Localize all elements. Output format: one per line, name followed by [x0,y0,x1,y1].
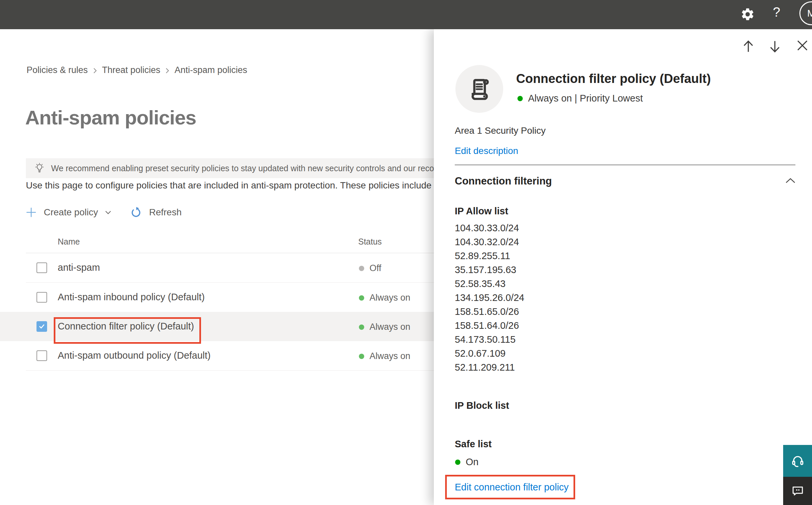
flyout-toolbar [434,29,812,59]
support-button[interactable] [783,445,812,477]
plus-icon [26,207,36,218]
row-checkbox[interactable] [36,292,47,303]
flyout-status-line: Always on | Priority Lowest [518,93,643,104]
status-dot [455,460,460,465]
status-dot [359,295,364,301]
headset-icon [790,453,805,469]
status-dot [359,266,364,271]
top-app-bar: ? M [0,0,812,29]
row-checkbox[interactable] [36,350,47,361]
feedback-icon [791,484,805,498]
flyout-status-text: Always on | Priority Lowest [528,93,643,104]
create-policy-label: Create policy [44,207,98,218]
help-icon[interactable]: ? [773,5,780,20]
flyout-title: Connection filter policy (Default) [516,72,711,86]
status-label: Always on [370,351,410,361]
refresh-button[interactable]: Refresh [130,207,181,218]
breadcrumb-threat-policies[interactable]: Threat policies [102,65,161,75]
policy-description: Area 1 Security Policy [455,126,546,136]
arrow-down-icon[interactable] [768,39,783,54]
divider [455,165,795,165]
ip-entry: 54.173.50.115 [455,332,525,346]
policy-details-flyout: Connection filter policy (Default) Alway… [434,29,812,505]
safe-list-status: On [455,457,479,468]
command-bar: Create policy Refresh [26,204,181,220]
banner-text: We recommend enabling preset security po… [51,164,452,173]
policy-name: Connection filter policy (Default) [58,321,194,332]
arrow-up-icon[interactable] [742,39,756,54]
column-header-name[interactable]: Name [58,237,80,246]
lightbulb-icon [34,163,45,174]
policy-name: Anti-spam outbound policy (Default) [58,350,211,361]
status-label: Always on [370,293,410,303]
close-icon[interactable] [796,39,811,54]
section-title-connection-filtering: Connection filtering [455,175,552,187]
ip-allow-list: 104.30.33.0/24 104.30.32.0/24 52.89.255.… [455,221,525,374]
policy-type-badge [455,65,503,113]
ip-block-list-label: IP Block list [455,400,509,411]
breadcrumb-policies-rules[interactable]: Policies & rules [26,65,88,75]
chevron-up-icon[interactable] [786,178,795,185]
refresh-label: Refresh [149,207,181,218]
policy-name: Anti-spam inbound policy (Default) [58,292,205,303]
ip-entry: 52.11.209.211 [455,360,525,374]
status-dot [359,325,364,330]
status-label: Always on [370,322,410,332]
ip-entry: 52.0.67.109 [455,346,525,360]
avatar[interactable]: M [799,1,812,25]
ip-entry: 134.195.26.0/24 [455,291,525,305]
refresh-icon [130,207,142,218]
ip-entry: 52.89.255.11 [455,249,525,263]
breadcrumb-chevron-icon [93,68,97,74]
ip-entry: 104.30.32.0/24 [455,235,525,249]
ip-allow-list-label: IP Allow list [455,206,508,217]
row-checkbox[interactable] [36,263,47,273]
ip-entry: 158.51.65.0/26 [455,305,525,319]
create-policy-button[interactable]: Create policy [26,207,111,218]
safe-list-status-text: On [466,457,479,468]
policy-name: anti-spam [58,262,100,273]
safe-list-label: Safe list [455,439,491,450]
ip-entry: 158.51.64.0/26 [455,319,525,332]
breadcrumb: Policies & rules Threat policies Anti-sp… [26,65,247,75]
chevron-down-icon [105,211,111,214]
checkmark-icon [39,324,45,329]
edit-connection-filter-policy-link[interactable]: Edit connection filter policy [455,482,569,493]
column-header-status[interactable]: Status [358,237,382,246]
ip-entry: 52.58.35.43 [455,277,525,291]
edit-description-link[interactable]: Edit description [455,146,518,156]
row-checkbox-checked[interactable] [36,321,47,332]
ip-entry: 104.30.33.0/24 [455,221,525,235]
status-dot [518,96,523,101]
status-dot [359,354,364,359]
gear-icon[interactable] [740,7,755,22]
breadcrumb-anti-spam-policies[interactable]: Anti-spam policies [175,65,247,75]
breadcrumb-chevron-icon [166,68,169,74]
status-label: Off [370,263,381,274]
scroll-policy-icon [466,76,492,102]
page-title: Anti-spam policies [25,106,196,129]
ip-entry: 35.157.195.63 [455,263,525,277]
feedback-button[interactable] [783,477,812,505]
avatar-initial: M [807,8,812,19]
